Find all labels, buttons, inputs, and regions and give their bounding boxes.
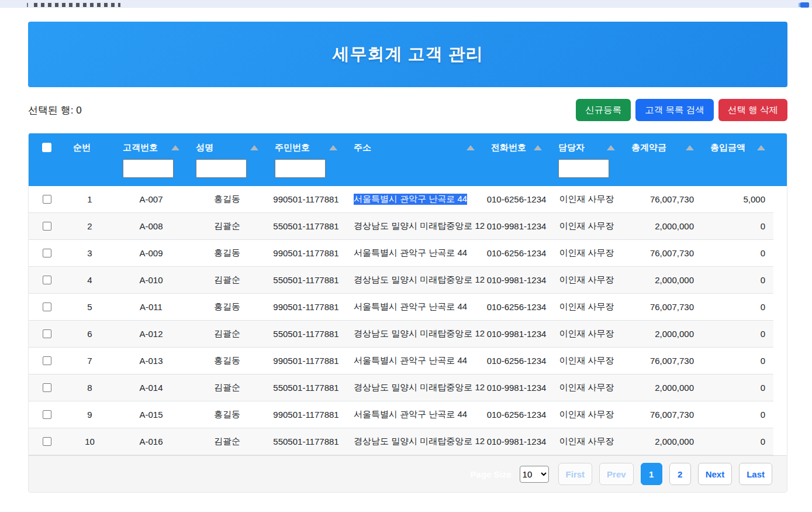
row-checkbox[interactable] — [43, 410, 51, 419]
table-row[interactable]: 10 A-016 김괄순 550501-1177881 경상남도 밀양시 미래탑… — [29, 428, 773, 455]
new-register-button[interactable]: 신규등록 — [576, 99, 631, 121]
cell-ssn: 550501-1177881 — [267, 321, 345, 347]
address-text: 서울특별시 관악구 난곡로 44 — [354, 301, 467, 312]
cell-customer-id: A-015 — [115, 401, 188, 428]
cell-no: 5 — [65, 294, 115, 320]
column-name: 성명 — [188, 140, 267, 178]
toolbar: 선택된 행: 0 신규등록 고객 목록 검색 선택 행 삭제 — [28, 99, 787, 121]
row-checkbox[interactable] — [43, 329, 51, 338]
select-all-checkbox[interactable] — [42, 143, 51, 152]
cell-total-paid: 0 — [702, 240, 773, 266]
column-label-customer-id: 고객번호 — [123, 142, 158, 153]
cell-total-paid: 0 — [702, 213, 773, 239]
delete-selected-button[interactable]: 선택 행 삭제 — [718, 99, 787, 121]
cell-address: 서울특별시 관악구 난곡로 44 — [345, 240, 483, 266]
cell-no: 3 — [65, 240, 115, 266]
row-checkbox[interactable] — [43, 249, 51, 257]
cell-name: 김괄순 — [188, 321, 267, 347]
sort-asc-icon[interactable] — [757, 145, 765, 150]
sort-asc-icon[interactable] — [329, 145, 337, 150]
table-row[interactable]: 2 A-008 김괄순 550501-1177881 경상남도 밀양시 미래탑중… — [29, 213, 773, 240]
cell-no: 4 — [65, 267, 115, 293]
row-checkbox[interactable] — [43, 303, 51, 311]
address-text: 서울특별시 관악구 난곡로 44 — [354, 248, 467, 259]
column-no: 순번 — [65, 140, 115, 178]
address-text: 서울특별시 관악구 난곡로 44 — [354, 194, 467, 205]
cell-total-paid: 0 — [702, 401, 773, 428]
sort-asc-icon[interactable] — [534, 145, 542, 150]
address-text: 경상남도 밀양시 미래탑중앙로 12 — [354, 436, 485, 447]
header-checkbox-cell — [29, 140, 65, 178]
cell-ssn: 990501-1177881 — [267, 294, 345, 320]
row-checkbox-cell — [29, 348, 65, 374]
cell-phone: 010-9981-1234 — [483, 213, 550, 239]
cell-customer-id: A-011 — [115, 294, 188, 320]
cell-total-contract: 76,007,730 — [623, 348, 702, 374]
row-checkbox-cell — [29, 294, 65, 320]
cell-phone: 010-6256-1234 — [483, 294, 550, 320]
cell-total-paid: 0 — [702, 374, 773, 401]
cell-name: 김괄순 — [188, 267, 267, 293]
cell-phone: 010-9981-1234 — [483, 267, 550, 293]
first-page-button[interactable]: First — [558, 463, 593, 485]
cell-manager: 이인재 사무장 — [550, 240, 623, 266]
table-row[interactable]: 3 A-009 홍길동 990501-1177881 서울특별시 관악구 난곡로… — [29, 240, 773, 267]
table-row[interactable]: 5 A-011 홍길동 990501-1177881 서울특별시 관악구 난곡로… — [29, 294, 773, 321]
cell-total-contract: 2,000,000 — [623, 374, 702, 401]
cell-customer-id: A-014 — [115, 374, 188, 401]
filter-name-input[interactable] — [196, 159, 247, 178]
filter-customer-id-input[interactable] — [123, 159, 174, 178]
row-checkbox-cell — [29, 321, 65, 347]
table-row[interactable]: 8 A-014 김괄순 550501-1177881 경상남도 밀양시 미래탑중… — [29, 374, 773, 401]
row-checkbox[interactable] — [43, 276, 51, 284]
row-checkbox[interactable] — [43, 437, 51, 446]
cell-no: 10 — [65, 428, 115, 455]
filter-manager-input[interactable] — [558, 159, 609, 178]
sort-asc-icon[interactable] — [171, 145, 179, 150]
cell-total-contract: 2,000,000 — [623, 213, 702, 239]
page-size-select[interactable]: 10 — [520, 466, 549, 483]
sort-asc-icon[interactable] — [686, 145, 694, 150]
row-checkbox-cell — [29, 267, 65, 293]
cell-no: 2 — [65, 213, 115, 239]
cell-customer-id: A-012 — [115, 321, 188, 347]
cell-name: 홍길동 — [188, 240, 267, 266]
sort-asc-icon[interactable] — [467, 145, 475, 150]
row-checkbox[interactable] — [43, 195, 51, 204]
pagination-bar: Page Size 10 First Prev 1 2 Next Last — [29, 455, 787, 492]
sort-asc-icon[interactable] — [250, 145, 258, 150]
prev-page-button[interactable]: Prev — [599, 463, 634, 485]
cell-name: 홍길동 — [188, 401, 267, 428]
page-size-label: Page Size — [471, 469, 512, 479]
browser-extension-icon[interactable] — [800, 2, 809, 8]
table-row[interactable]: 6 A-012 김괄순 550501-1177881 경상남도 밀양시 미래탑중… — [29, 321, 773, 348]
next-page-button[interactable]: Next — [698, 463, 732, 485]
cell-no: 1 — [65, 186, 115, 212]
cell-no: 9 — [65, 401, 115, 428]
cell-phone: 010-9981-1234 — [483, 374, 550, 401]
column-label-name: 성명 — [196, 142, 213, 153]
cell-customer-id: A-013 — [115, 348, 188, 374]
clipped-tab-text — [34, 3, 120, 7]
row-checkbox-cell — [29, 374, 65, 401]
column-label-total-paid: 총입금액 — [710, 142, 745, 153]
filter-ssn-input[interactable] — [275, 159, 326, 178]
column-label-ssn: 주민번호 — [275, 142, 310, 153]
header-filler — [773, 140, 787, 178]
page-1-button[interactable]: 1 — [641, 463, 662, 485]
cell-manager: 이인재 사무장 — [550, 294, 623, 320]
customer-search-button[interactable]: 고객 목록 검색 — [635, 99, 714, 121]
cell-manager: 이인재 사무장 — [550, 213, 623, 239]
cell-customer-id: A-007 — [115, 186, 188, 212]
row-checkbox[interactable] — [43, 356, 51, 365]
address-text: 경상남도 밀양시 미래탑중앙로 12 — [354, 274, 485, 286]
last-page-button[interactable]: Last — [739, 463, 772, 485]
row-checkbox[interactable] — [43, 383, 51, 392]
sort-asc-icon[interactable] — [607, 145, 615, 150]
page-2-button[interactable]: 2 — [669, 463, 691, 485]
table-row[interactable]: 4 A-010 김괄순 550501-1177881 경상남도 밀양시 미래탑중… — [29, 267, 773, 294]
row-checkbox[interactable] — [43, 222, 51, 231]
table-row[interactable]: 1 A-007 홍길동 990501-1177881 서울특별시 관악구 난곡로… — [29, 186, 773, 213]
table-row[interactable]: 7 A-013 홍길동 990501-1177881 서울특별시 관악구 난곡로… — [29, 348, 773, 374]
table-row[interactable]: 9 A-015 홍길동 990501-1177881 서울특별시 관악구 난곡로… — [29, 401, 773, 428]
